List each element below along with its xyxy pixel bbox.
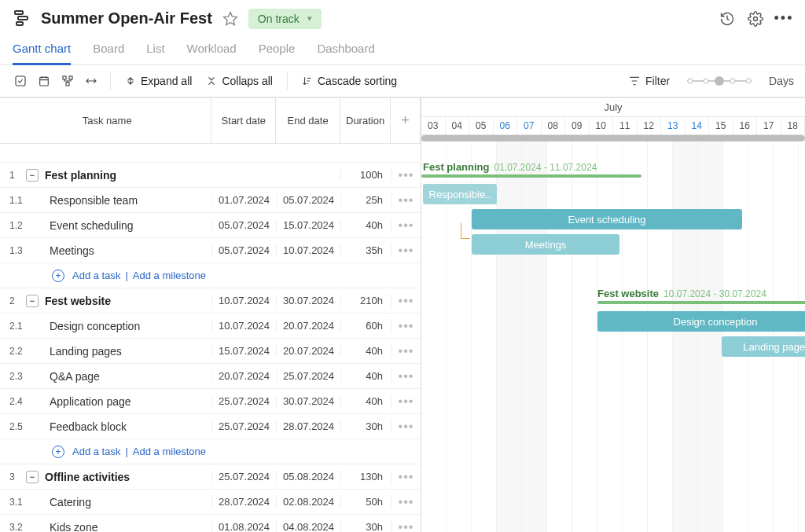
gantt-group-bar[interactable] (421, 174, 641, 178)
start-date-cell[interactable]: 20.07.2024 (211, 370, 276, 382)
collapse-toggle-icon[interactable]: − (26, 169, 39, 182)
task-name-cell[interactable]: Application page (26, 395, 211, 408)
row-actions-icon[interactable]: ••• (391, 319, 421, 333)
duration-cell[interactable]: 25h (340, 194, 391, 206)
day-cell[interactable]: 06 (494, 117, 518, 134)
table-row[interactable]: 3.2Kids zone01.08.202404.08.202430h••• (0, 515, 421, 532)
table-row[interactable]: 2.4Application page25.07.202430.07.20244… (0, 389, 421, 414)
table-row[interactable]: 3−Offline activities25.07.202405.08.2024… (0, 464, 421, 490)
col-header-duration[interactable]: Duration (340, 98, 391, 143)
task-name-cell[interactable]: Kids zone (26, 521, 211, 533)
end-date-cell[interactable]: 02.08.2024 (276, 496, 340, 508)
add-column-button[interactable]: + (391, 98, 421, 143)
end-date-cell[interactable]: 05.07.2024 (276, 194, 340, 206)
row-actions-icon[interactable]: ••• (391, 168, 421, 182)
gantt-task-bar[interactable]: Event scheduling (472, 209, 742, 229)
start-date-cell[interactable]: 25.07.2024 (211, 471, 276, 482)
start-date-cell[interactable]: 05.07.2024 (211, 244, 276, 256)
end-date-cell[interactable]: 25.07.2024 (276, 370, 340, 382)
row-actions-icon[interactable]: ••• (391, 495, 421, 509)
gantt-task-bar[interactable]: Landing pages (722, 336, 805, 357)
row-actions-icon[interactable]: ••• (391, 394, 421, 409)
add-task-link[interactable]: Add a task (72, 446, 120, 457)
table-row[interactable]: 2.5Feedback block25.07.202428.07.202430h… (0, 414, 421, 439)
day-cell[interactable]: 08 (542, 117, 566, 134)
end-date-cell[interactable]: 05.08.2024 (276, 471, 340, 482)
table-row[interactable]: 1.1Responsible team01.07.202405.07.20242… (0, 188, 421, 213)
task-name-cell[interactable]: Design conception (26, 320, 211, 332)
gantt-group-header[interactable]: Fest planning 01.07.2024 - 11.07.2024 (423, 161, 597, 173)
cascade-sorting-button[interactable]: Cascade sorting (297, 75, 402, 87)
day-cell[interactable]: 14 (686, 117, 710, 134)
table-row[interactable]: 2.2Landing pages15.07.202420.07.202440h•… (0, 339, 421, 364)
day-cell[interactable]: 09 (565, 117, 590, 134)
row-actions-icon[interactable]: ••• (391, 344, 421, 358)
expand-all-button[interactable]: Expand all (120, 75, 197, 87)
start-date-cell[interactable]: 10.07.2024 (211, 295, 276, 306)
collapse-all-button[interactable]: Collaps all (201, 75, 278, 87)
duration-cell[interactable]: 60h (340, 320, 391, 332)
day-cell[interactable]: 16 (733, 117, 758, 134)
tab-dashboard[interactable]: Dashboard (317, 37, 374, 65)
end-date-cell[interactable]: 15.07.2024 (276, 219, 340, 231)
zoom-slider[interactable] (684, 74, 755, 88)
start-date-cell[interactable]: 01.08.2024 (211, 521, 276, 532)
duration-cell[interactable]: 30h (340, 420, 391, 432)
task-name-cell[interactable]: Landing pages (26, 345, 211, 358)
day-cell[interactable]: 10 (590, 117, 614, 134)
end-date-cell[interactable]: 28.07.2024 (276, 420, 340, 432)
tab-workload[interactable]: Workload (187, 37, 237, 65)
duration-cell[interactable]: 40h (340, 370, 391, 382)
duration-cell[interactable]: 30h (340, 521, 391, 532)
duration-cell[interactable]: 130h (340, 471, 391, 482)
row-actions-icon[interactable]: ••• (391, 470, 421, 484)
end-date-cell[interactable]: 30.07.2024 (276, 395, 340, 407)
gantt-group-bar[interactable] (597, 301, 805, 304)
task-name-cell[interactable]: Q&A page (26, 370, 211, 383)
tab-people[interactable]: People (259, 37, 296, 65)
col-header-task[interactable]: Task name (0, 98, 211, 143)
start-date-cell[interactable]: 01.07.2024 (211, 194, 276, 206)
row-actions-icon[interactable]: ••• (391, 520, 421, 533)
day-cell[interactable]: 13 (661, 117, 686, 134)
favorite-star-icon[interactable] (222, 10, 239, 28)
collapse-toggle-icon[interactable]: − (26, 295, 39, 307)
gantt-task-bar[interactable]: Design conception (597, 311, 805, 332)
duration-cell[interactable]: 100h (340, 169, 391, 181)
more-menu-icon[interactable]: ••• (775, 10, 792, 28)
day-cell[interactable]: 07 (517, 117, 542, 134)
gantt-area[interactable]: Fest planning 01.07.2024 - 11.07.2024 Re… (421, 135, 805, 532)
filter-button[interactable]: Filter (628, 75, 670, 87)
table-row[interactable]: 2−Fest website10.07.202430.07.2024210h••… (0, 288, 421, 314)
settings-gear-icon[interactable] (747, 10, 764, 28)
task-name-cell[interactable]: Event scheduling (26, 219, 211, 232)
end-date-cell[interactable]: 20.07.2024 (276, 345, 340, 357)
gantt-task-bar[interactable]: Responsible.. (423, 184, 497, 204)
task-name-cell[interactable]: −Fest website (26, 295, 211, 307)
gantt-task-bar[interactable]: Meetings (472, 234, 619, 255)
day-cell[interactable]: 17 (757, 117, 781, 134)
duration-cell[interactable]: 50h (340, 496, 391, 508)
day-cell[interactable]: 05 (469, 117, 494, 134)
table-row[interactable]: 1−Fest planning100h••• (0, 163, 421, 188)
start-date-cell[interactable]: 05.07.2024 (211, 219, 276, 231)
day-cell[interactable]: 15 (709, 117, 733, 134)
task-name-cell[interactable]: −Fest planning (26, 169, 211, 182)
calendar-tool-icon[interactable] (35, 72, 53, 90)
start-date-cell[interactable]: 15.07.2024 (211, 345, 276, 357)
start-date-cell[interactable]: 10.07.2024 (211, 320, 276, 332)
add-task-row[interactable]: +Add a task | Add a milestone (0, 263, 421, 288)
end-date-cell[interactable]: 20.07.2024 (276, 320, 340, 332)
day-cell[interactable]: 12 (638, 117, 662, 134)
start-date-cell[interactable]: 28.07.2024 (211, 496, 276, 508)
tab-list[interactable]: List (146, 37, 164, 65)
hierarchy-tool-icon[interactable] (58, 72, 77, 90)
duration-cell[interactable]: 40h (340, 345, 391, 357)
duration-cell[interactable]: 210h (340, 295, 391, 306)
day-cell[interactable]: 04 (446, 117, 470, 134)
duration-cell[interactable]: 40h (340, 395, 391, 407)
day-cell[interactable]: 18 (781, 117, 806, 134)
end-date-cell[interactable]: 30.07.2024 (276, 295, 340, 306)
duration-cell[interactable]: 35h (340, 244, 391, 256)
end-date-cell[interactable]: 10.07.2024 (276, 244, 340, 256)
